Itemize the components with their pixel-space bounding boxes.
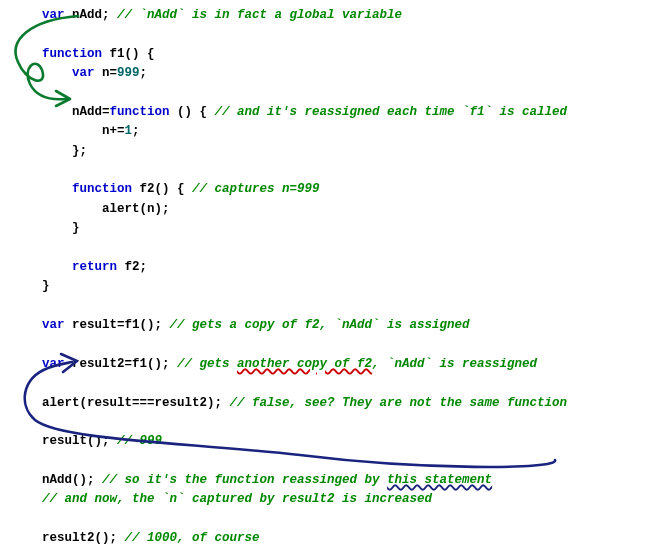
wavy-red-underline: another copy of f2	[237, 357, 372, 371]
wavy-blue-underline: this statement	[387, 473, 492, 487]
code-block: var nAdd; // `nAdd` is in fact a global …	[0, 0, 650, 549]
kw-var: var	[42, 8, 65, 22]
kw-function: function	[42, 47, 102, 61]
